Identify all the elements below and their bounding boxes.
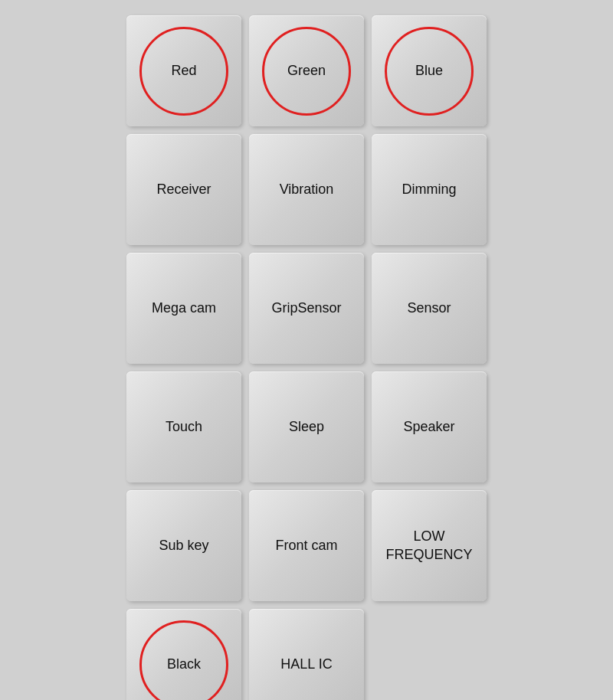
cell-black[interactable]: Black (126, 609, 241, 700)
cell-label-receiver: Receiver (156, 181, 211, 198)
cell-label-black: Black (167, 656, 201, 673)
cell-label-sensor: Sensor (407, 299, 451, 317)
cell-receiver[interactable]: Receiver (126, 134, 241, 245)
cell-grip-sensor[interactable]: GripSensor (249, 253, 364, 364)
cell-blue[interactable]: Blue (372, 15, 487, 126)
cell-red[interactable]: Red (126, 15, 241, 126)
cell-sub-key[interactable]: Sub key (126, 490, 241, 601)
cell-label-vibration: Vibration (280, 181, 334, 198)
cell-low-frequency[interactable]: LOWFREQUENCY (372, 490, 487, 601)
cell-sleep[interactable]: Sleep (249, 371, 364, 482)
cell-label-mega-cam: Mega cam (152, 299, 216, 317)
cell-label-grip-sensor: GripSensor (271, 299, 341, 317)
cell-label-blue: Blue (415, 62, 443, 80)
cell-dimming[interactable]: Dimming (372, 134, 487, 245)
cell-speaker[interactable]: Speaker (372, 371, 487, 482)
cell-sensor[interactable]: Sensor (372, 253, 487, 364)
cell-label-low-frequency: LOWFREQUENCY (385, 528, 472, 564)
cell-empty-1[interactable] (372, 609, 487, 700)
cell-label-speaker: Speaker (403, 418, 454, 436)
cell-label-green: Green (287, 62, 326, 80)
cell-mega-cam[interactable]: Mega cam (126, 253, 241, 364)
cell-label-dimming: Dimming (402, 181, 456, 198)
cell-label-sub-key: Sub key (159, 537, 208, 554)
cell-front-cam[interactable]: Front cam (249, 490, 364, 601)
cell-label-hall-ic: HALL IC (280, 656, 332, 673)
cell-vibration[interactable]: Vibration (249, 134, 364, 245)
cell-green[interactable]: Green (249, 15, 364, 126)
cell-touch[interactable]: Touch (126, 371, 241, 482)
cell-label-sleep: Sleep (289, 418, 324, 436)
cell-label-red: Red (171, 62, 196, 80)
cell-label-front-cam: Front cam (275, 537, 337, 554)
cell-label-touch: Touch (166, 418, 202, 436)
cell-hall-ic[interactable]: HALL IC (249, 609, 364, 700)
main-grid: RedGreenBlueReceiverVibrationDimmingMega… (119, 8, 494, 700)
